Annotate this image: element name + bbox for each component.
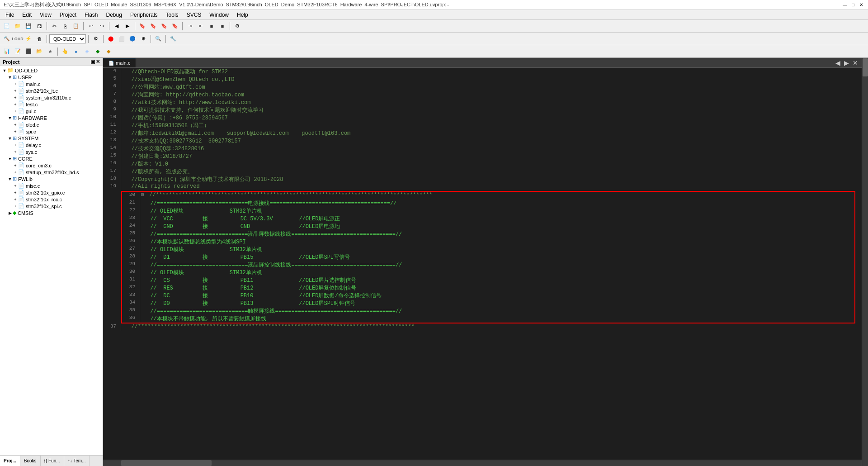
scroll-left-icon[interactable]: ◀ (834, 59, 842, 67)
fold-marker[interactable]: ⊟ (140, 192, 146, 200)
copy-button[interactable]: ⎘ (60, 21, 70, 31)
save-all-button[interactable]: 🖫 (34, 21, 44, 31)
tb3-btn10[interactable]: ◆ (104, 47, 113, 57)
menu-window[interactable]: Window (206, 11, 232, 19)
redo-button[interactable]: ↪ (97, 21, 107, 31)
tree-item-hardware[interactable]: ▼ ⊞ HARDWARE (0, 114, 103, 121)
tb3-btn4[interactable]: 📂 (34, 47, 44, 57)
load-button[interactable]: LOAD (13, 34, 23, 44)
paste-button[interactable]: 📋 (71, 21, 81, 31)
debug-start-button[interactable]: ⬤ (106, 34, 116, 44)
menu-help[interactable]: Help (233, 11, 252, 19)
close-editor-icon[interactable]: ✕ (851, 59, 860, 67)
bookmark3-button[interactable]: 🔖 (159, 21, 169, 31)
panel-pin-button[interactable]: ▣ (90, 59, 95, 65)
cut-button[interactable]: ✂ (49, 21, 59, 31)
expand-icon[interactable]: + (13, 81, 18, 87)
menu-edit[interactable]: Edit (19, 11, 35, 19)
bookmark2-button[interactable]: 🔖 (148, 21, 158, 31)
expand-icon[interactable]: ▼ (7, 75, 13, 80)
code-editor[interactable]: 4 //QDtech-OLED液晶驱动 for STM32 5 //xiao冯@… (103, 68, 862, 460)
menu-peripherals[interactable]: Peripherals (127, 11, 161, 19)
clean-button[interactable]: 🗑 (34, 34, 44, 44)
menu-view[interactable]: View (36, 11, 55, 19)
tb3-btn3[interactable]: ⬛ (24, 47, 33, 57)
expand-icon[interactable]: + (13, 88, 18, 94)
expand-icon[interactable]: ▼ (2, 68, 7, 73)
tree-item-startup[interactable]: + 📄 startup_stm32f10x_hd.s (0, 169, 103, 176)
expand-icon[interactable]: + (13, 197, 18, 202)
nav-back-button[interactable]: ◀ (112, 21, 122, 31)
expand-icon[interactable]: + (13, 163, 18, 168)
menu-tools[interactable]: Tools (162, 11, 182, 19)
tool1-button[interactable]: 🔧 (168, 34, 178, 44)
tb3-btn7[interactable]: ● (71, 47, 81, 57)
undo-button[interactable]: ↩ (86, 21, 96, 31)
menu-debug[interactable]: Debug (103, 11, 126, 19)
nav-fwd-button[interactable]: ▶ (123, 21, 132, 31)
expand-icon[interactable]: + (13, 183, 18, 189)
save-button[interactable]: 💾 (24, 21, 33, 31)
scroll-right-icon[interactable]: ▶ (842, 59, 851, 67)
tree-item-qd-oled[interactable]: ▼ 📁 QD-OLED (0, 67, 103, 74)
tab-books[interactable]: Books (20, 456, 41, 466)
target-options-button[interactable]: ⚙ (91, 34, 101, 44)
tree-item-delay[interactable]: + 📄 delay.c (0, 142, 103, 148)
editor-vertical-scrollbar[interactable] (862, 58, 868, 466)
new-file-button[interactable]: 📄 (2, 21, 12, 31)
tree-item-gui[interactable]: + 📄 gui.c (0, 108, 103, 114)
menu-flash[interactable]: Flash (81, 11, 101, 19)
tree-item-misc[interactable]: + 📄 misc.c (0, 182, 103, 189)
editor-horizontal-scrollbar[interactable] (103, 460, 862, 466)
tree-item-cmsis[interactable]: ▶ ◆ CMSIS (0, 209, 103, 216)
tree-item-test[interactable]: + 📄 test.c (0, 101, 103, 108)
zoom-button[interactable]: 🔍 (153, 34, 163, 44)
tb3-btn2[interactable]: 📝 (13, 47, 23, 57)
tree-item-main-c[interactable]: + 📄 main.c (0, 81, 103, 87)
maximize-button[interactable]: □ (850, 2, 856, 8)
expand-icon[interactable]: ▼ (7, 115, 13, 121)
menu-file[interactable]: File (2, 11, 18, 19)
debug3-button[interactable]: 🔵 (127, 34, 137, 44)
tab-project[interactable]: Proj... (0, 456, 20, 466)
minimize-button[interactable]: — (842, 2, 848, 8)
menu-project[interactable]: Project (56, 11, 80, 19)
tree-item-stm32it[interactable]: + 📄 stm32f10x_it.c (0, 87, 103, 94)
expand-icon[interactable]: ▼ (7, 176, 13, 182)
unindent-button[interactable]: ⇤ (196, 21, 206, 31)
tab-templates[interactable]: ↑↓ Tem... (64, 456, 90, 466)
tab-functions[interactable]: {} Fun... (41, 456, 64, 466)
tree-item-sys[interactable]: + 📄 sys.c (0, 148, 103, 155)
tree-item-gpio[interactable]: + 📄 stm32f10x_gpio.c (0, 189, 103, 196)
tree-item-fwlib[interactable]: ▼ ⊞ FWLib (0, 176, 103, 182)
panel-close-button[interactable]: ✕ (96, 59, 100, 65)
target-dropdown[interactable]: QD-OLED (49, 34, 86, 43)
expand-icon[interactable]: + (13, 95, 18, 100)
indent-button[interactable]: ⇥ (185, 21, 195, 31)
expand-icon[interactable]: + (13, 109, 18, 114)
tb3-btn6[interactable]: 👆 (60, 47, 70, 57)
expand-icon[interactable]: + (13, 129, 18, 134)
expand-icon[interactable]: + (13, 102, 18, 107)
bookmark4-button[interactable]: 🔖 (170, 21, 180, 31)
format1-button[interactable]: ≡ (207, 21, 217, 31)
tb3-btn5[interactable]: ★ (45, 47, 55, 57)
bookmark1-button[interactable]: 🔖 (137, 21, 147, 31)
tb3-btn9[interactable]: ◆ (93, 47, 103, 57)
expand-icon[interactable]: + (13, 143, 18, 148)
settings-button[interactable]: ⚙ (232, 21, 242, 31)
tree-item-core[interactable]: ▼ ⊞ CORE (0, 155, 103, 162)
editor-tab-main-c[interactable]: 📄 main.c (103, 58, 136, 67)
tb3-btn8[interactable]: ◈ (82, 47, 92, 57)
debug4-button[interactable]: ⊕ (138, 34, 148, 44)
tree-item-rcc[interactable]: + 📄 stm32f10x_rcc.c (0, 196, 103, 203)
tree-item-user[interactable]: ▼ ⊞ USER (0, 74, 103, 81)
tree-item-spi[interactable]: + 📄 spi.c (0, 128, 103, 135)
expand-icon[interactable]: ▶ (7, 210, 13, 216)
tree-item-system[interactable]: + 📄 system_stm32f10x.c (0, 94, 103, 101)
expand-icon[interactable]: + (13, 149, 18, 155)
expand-icon[interactable]: ▼ (7, 156, 13, 162)
close-button[interactable]: ✕ (858, 2, 864, 8)
expand-icon[interactable]: ▼ (7, 136, 13, 141)
open-button[interactable]: 📁 (13, 21, 23, 31)
